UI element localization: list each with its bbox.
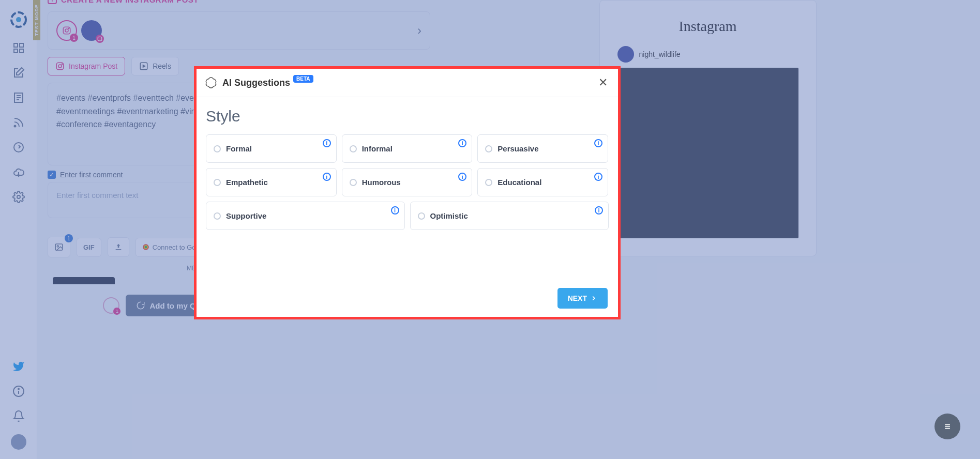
- sidebar: [0, 0, 37, 459]
- openai-icon: [205, 76, 217, 89]
- svg-rect-3: [20, 43, 23, 47]
- radio-icon: [214, 179, 221, 186]
- recycle-icon[interactable]: [12, 141, 25, 154]
- twitter-icon[interactable]: [12, 360, 25, 373]
- ig-mini-badge: [96, 35, 104, 43]
- option-label: Informal: [362, 144, 393, 153]
- info-icon[interactable]: i: [458, 173, 466, 181]
- option-label: Educational: [497, 178, 541, 187]
- tab-instagram-post[interactable]: Instagram Post: [48, 57, 125, 75]
- style-option-educational[interactable]: Educationali: [477, 168, 608, 196]
- option-label: Optimistic: [430, 211, 468, 220]
- instagram-account-chip[interactable]: 1: [56, 20, 77, 41]
- svg-point-12: [17, 195, 20, 198]
- info-icon[interactable]: i: [594, 139, 602, 147]
- app-logo[interactable]: [8, 9, 29, 30]
- svg-point-17: [65, 29, 68, 32]
- account-selector[interactable]: 1 ›: [48, 11, 430, 50]
- svg-point-29: [144, 246, 147, 249]
- check-icon: ✓: [48, 171, 56, 179]
- radio-icon: [214, 145, 221, 152]
- modal-body: Style Formali Informali Persuasivei Empa…: [197, 97, 618, 280]
- svg-rect-19: [98, 37, 102, 41]
- gif-button[interactable]: GIF: [77, 238, 101, 257]
- option-label: Humorous: [362, 178, 401, 187]
- document-icon[interactable]: [12, 91, 25, 104]
- info-icon[interactable]: [12, 385, 25, 398]
- ai-suggestions-modal: AI Suggestions BETA ✕ Style Formali Info…: [194, 66, 621, 319]
- instagram-preview: Instagram night_wildlife: [599, 0, 817, 256]
- svg-point-1: [16, 17, 21, 22]
- style-option-informal[interactable]: Informali: [342, 134, 473, 163]
- next-button[interactable]: NEXT: [557, 288, 608, 309]
- tab-label: Instagram Post: [69, 62, 117, 70]
- fab-menu-button[interactable]: ≡: [934, 414, 960, 439]
- instagram-logo: Instagram: [617, 18, 798, 35]
- svg-marker-24: [143, 65, 145, 68]
- radio-icon: [214, 212, 221, 220]
- style-options-row2: Empathetici Humorousi Educationali: [206, 168, 609, 196]
- info-icon[interactable]: i: [594, 173, 602, 181]
- style-option-empathetic[interactable]: Empathetici: [206, 168, 337, 196]
- style-option-formal[interactable]: Formali: [206, 134, 337, 163]
- svg-point-26: [57, 246, 58, 247]
- add-image-button[interactable]: 1: [48, 237, 70, 257]
- radio-icon: [485, 145, 492, 152]
- bell-icon[interactable]: [12, 409, 25, 423]
- chevron-right-icon: ›: [417, 23, 421, 38]
- cloud-icon[interactable]: [12, 165, 25, 179]
- beta-badge: BETA: [293, 75, 313, 83]
- preview-username: night_wildlife: [639, 50, 681, 58]
- svg-rect-2: [14, 43, 18, 47]
- create-title-text: CREATE A NEW INSTAGRAM POST: [61, 0, 199, 4]
- tab-label: Reels: [153, 62, 171, 70]
- style-option-persuasive[interactable]: Persuasivei: [477, 134, 608, 163]
- radio-icon: [418, 212, 425, 220]
- modal-footer: NEXT: [197, 280, 618, 317]
- svg-rect-4: [14, 49, 18, 53]
- info-icon[interactable]: i: [323, 173, 331, 181]
- plus-icon: +: [48, 0, 57, 4]
- preview-image: [617, 68, 798, 238]
- style-option-humorous[interactable]: Humorousi: [342, 168, 473, 196]
- action-account-chip[interactable]: 1: [103, 297, 119, 314]
- style-section-title: Style: [206, 108, 609, 125]
- create-title: + CREATE A NEW INSTAGRAM POST: [48, 0, 430, 4]
- info-icon[interactable]: i: [595, 206, 603, 215]
- info-icon[interactable]: i: [391, 206, 399, 215]
- svg-point-18: [68, 28, 69, 29]
- upload-button[interactable]: [108, 237, 129, 257]
- profile-avatar[interactable]: [81, 20, 102, 41]
- option-label: Supportive: [226, 211, 266, 220]
- info-icon[interactable]: i: [323, 139, 331, 147]
- svg-point-22: [62, 64, 63, 65]
- dashboard-icon[interactable]: [12, 41, 25, 55]
- preview-avatar: [617, 46, 634, 63]
- media-count-badge: 1: [65, 234, 73, 242]
- radio-icon: [350, 179, 357, 186]
- account-count-badge: 1: [70, 34, 78, 42]
- rss-icon[interactable]: [12, 116, 25, 129]
- svg-point-21: [58, 65, 62, 68]
- option-label: Persuasive: [497, 144, 538, 153]
- style-options-row1: Formali Informali Persuasivei: [206, 134, 609, 163]
- option-label: Empathetic: [226, 178, 268, 187]
- style-options-row3: Supportivei Optimistici: [206, 202, 609, 230]
- info-icon[interactable]: i: [458, 139, 466, 147]
- settings-icon[interactable]: [12, 190, 25, 204]
- media-thumb-strip: [53, 277, 115, 284]
- close-icon[interactable]: ✕: [598, 76, 608, 89]
- tab-reels[interactable]: Reels: [131, 57, 179, 75]
- compose-icon[interactable]: [12, 66, 25, 80]
- style-option-supportive[interactable]: Supportivei: [206, 202, 405, 230]
- svg-point-15: [18, 389, 19, 390]
- modal-title: AI Suggestions: [222, 78, 290, 88]
- first-comment-label: Enter first comment: [60, 171, 123, 179]
- user-avatar[interactable]: [11, 434, 26, 450]
- style-option-optimistic[interactable]: Optimistici: [410, 202, 609, 230]
- option-label: Formal: [226, 144, 252, 153]
- radio-icon: [485, 179, 492, 186]
- svg-rect-5: [20, 49, 23, 53]
- preview-header: night_wildlife: [617, 46, 798, 63]
- action-account-badge: 1: [113, 308, 120, 315]
